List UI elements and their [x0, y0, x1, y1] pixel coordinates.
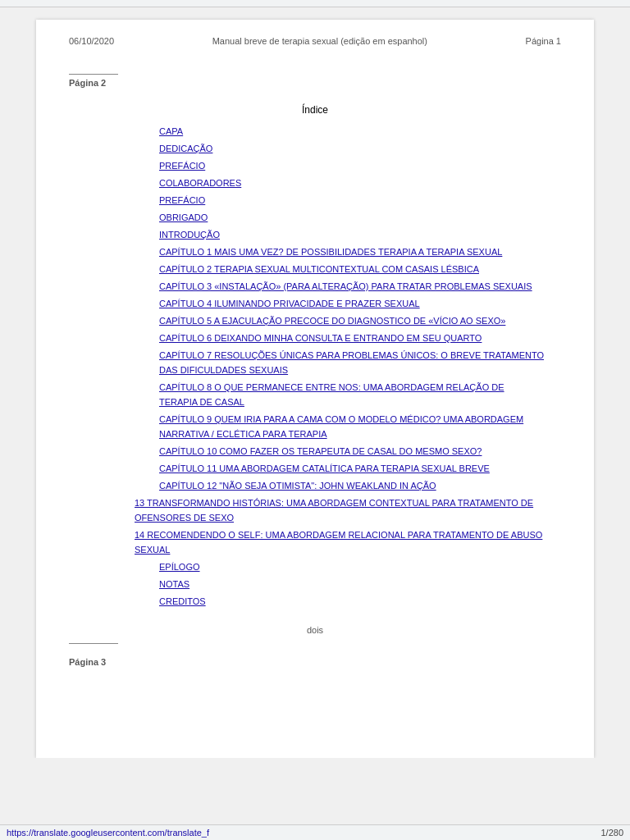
toc-item-12: CAPÍTULO 6 DEIXANDO MINHA CONSULTA E ENT… — [135, 331, 545, 345]
toc-item-20: 14 RECOMENDENDO O SELF: UMA ABORDAGEM RE… — [135, 527, 545, 557]
toc-link-4[interactable]: PREFÁCIO — [159, 195, 205, 205]
header-title: Manual breve de terapia sexual (edição e… — [114, 36, 526, 46]
toc-link-8[interactable]: CAPÍTULO 2 TERAPIA SEXUAL MULTICONTEXTUA… — [159, 264, 479, 274]
page-container: 06/10/2020 Manual breve de terapia sexua… — [36, 20, 594, 758]
page1-header: 06/10/2020 Manual breve de terapia sexua… — [69, 36, 561, 49]
toc-item-23: CREDITOS — [135, 594, 545, 609]
index-title: Índice — [69, 104, 561, 116]
toc-item-7: CAPÍTULO 1 MAIS UMA VEZ? DE POSSIBILIDAD… — [135, 244, 545, 259]
page3-label: Página 3 — [69, 657, 561, 667]
toc-link-22[interactable]: NOTAS — [159, 579, 189, 589]
toc-item-6: INTRODUÇÃO — [135, 227, 545, 242]
toc-item-11: CAPÍTULO 5 A EJACULAÇÃO PRECOCE DO DIAGN… — [135, 313, 545, 328]
toc-link-16[interactable]: CAPÍTULO 10 COMO FAZER OS TERAPEUTA DE C… — [159, 446, 482, 456]
page-wrapper: 06/10/2020 Manual breve de terapia sexua… — [0, 20, 630, 758]
toc-item-2: PREFÁCIO — [135, 158, 545, 173]
toc-item-1: DEDICAÇÃO — [135, 141, 545, 156]
toc-list: CAPADEDICAÇÃOPREFÁCIOCOLABORADORESPREFÁC… — [135, 124, 545, 609]
toc-item-9: CAPÍTULO 3 «INSTALAÇÃO» (PARA ALTERAÇÃO)… — [135, 279, 545, 294]
toc-link-2[interactable]: PREFÁCIO — [159, 161, 205, 171]
page-divider — [69, 74, 118, 75]
toc-link-12[interactable]: CAPÍTULO 6 DEIXANDO MINHA CONSULTA E ENT… — [159, 333, 482, 343]
toc-item-0: CAPA — [135, 124, 545, 139]
toc-item-15: CAPÍTULO 9 QUEM IRIA PARA A CAMA COM O M… — [135, 412, 545, 441]
toc-link-3[interactable]: COLABORADORES — [159, 178, 241, 188]
toc-item-5: OBRIGADO — [135, 210, 545, 225]
page2-section: Página 2 — [69, 74, 561, 88]
toc-item-10: CAPÍTULO 4 ILUMINANDO PRIVACIDADE E PRAZ… — [135, 296, 545, 311]
toc-link-10[interactable]: CAPÍTULO 4 ILUMINANDO PRIVACIDADE E PRAZ… — [159, 299, 420, 308]
toc-link-20[interactable]: 14 RECOMENDENDO O SELF: UMA ABORDAGEM RE… — [135, 530, 542, 555]
toc-link-13[interactable]: CAPÍTULO 7 RESOLUÇÕES ÚNICAS PARA PROBLE… — [159, 350, 544, 375]
header-page-num: Página 1 — [526, 36, 561, 46]
toc-item-3: COLABORADORES — [135, 176, 545, 190]
page3-section: Página 3 — [69, 643, 561, 667]
toc-link-9[interactable]: CAPÍTULO 3 «INSTALAÇÃO» (PARA ALTERAÇÃO)… — [159, 281, 532, 291]
toc-link-19[interactable]: 13 TRANSFORMANDO HISTÓRIAS: UMA ABORDAGE… — [135, 498, 533, 523]
page2-label: Página 2 — [69, 78, 561, 88]
toc-link-0[interactable]: CAPA — [159, 126, 183, 136]
footer-text: dois — [307, 625, 323, 635]
toc-link-15[interactable]: CAPÍTULO 9 QUEM IRIA PARA A CAMA COM O M… — [159, 414, 523, 439]
toc-item-19: 13 TRANSFORMANDO HISTÓRIAS: UMA ABORDAGE… — [135, 495, 545, 525]
browser-bar — [0, 0, 630, 7]
toc-item-13: CAPÍTULO 7 RESOLUÇÕES ÚNICAS PARA PROBLE… — [135, 348, 545, 377]
toc-item-22: NOTAS — [135, 577, 545, 591]
toc-item-18: CAPÍTULO 12 "NÃO SEJA OTIMISTA": JOHN WE… — [135, 478, 545, 493]
toc-link-14[interactable]: CAPÍTULO 8 O QUE PERMANECE ENTRE NOS: UM… — [159, 382, 504, 407]
header-date: 06/10/2020 — [69, 36, 114, 46]
page-footer: dois — [69, 625, 561, 635]
toc-link-5[interactable]: OBRIGADO — [159, 212, 208, 222]
toc-item-16: CAPÍTULO 10 COMO FAZER OS TERAPEUTA DE C… — [135, 444, 545, 459]
toc-link-23[interactable]: CREDITOS — [159, 596, 206, 606]
toc-link-21[interactable]: EPÍLOGO — [159, 562, 200, 572]
index-section: Índice — [69, 104, 561, 116]
toc-link-1[interactable]: DEDICAÇÃO — [159, 144, 212, 153]
page3-divider — [69, 643, 118, 644]
toc-link-17[interactable]: CAPÍTULO 11 UMA ABORDAGEM CATALÍTICA PAR… — [159, 463, 490, 473]
toc-link-6[interactable]: INTRODUÇÃO — [159, 230, 220, 240]
toc-item-17: CAPÍTULO 11 UMA ABORDAGEM CATALÍTICA PAR… — [135, 461, 545, 476]
toc-item-14: CAPÍTULO 8 O QUE PERMANECE ENTRE NOS: UM… — [135, 380, 545, 409]
toc-item-4: PREFÁCIO — [135, 193, 545, 208]
toc-link-18[interactable]: CAPÍTULO 12 "NÃO SEJA OTIMISTA": JOHN WE… — [159, 481, 436, 491]
toc-link-7[interactable]: CAPÍTULO 1 MAIS UMA VEZ? DE POSSIBILIDAD… — [159, 247, 502, 257]
toc-link-11[interactable]: CAPÍTULO 5 A EJACULAÇÃO PRECOCE DO DIAGN… — [159, 316, 505, 326]
toc-container: CAPADEDICAÇÃOPREFÁCIOCOLABORADORESPREFÁC… — [69, 124, 561, 609]
toc-item-8: CAPÍTULO 2 TERAPIA SEXUAL MULTICONTEXTUA… — [135, 262, 545, 276]
toc-item-21: EPÍLOGO — [135, 559, 545, 574]
